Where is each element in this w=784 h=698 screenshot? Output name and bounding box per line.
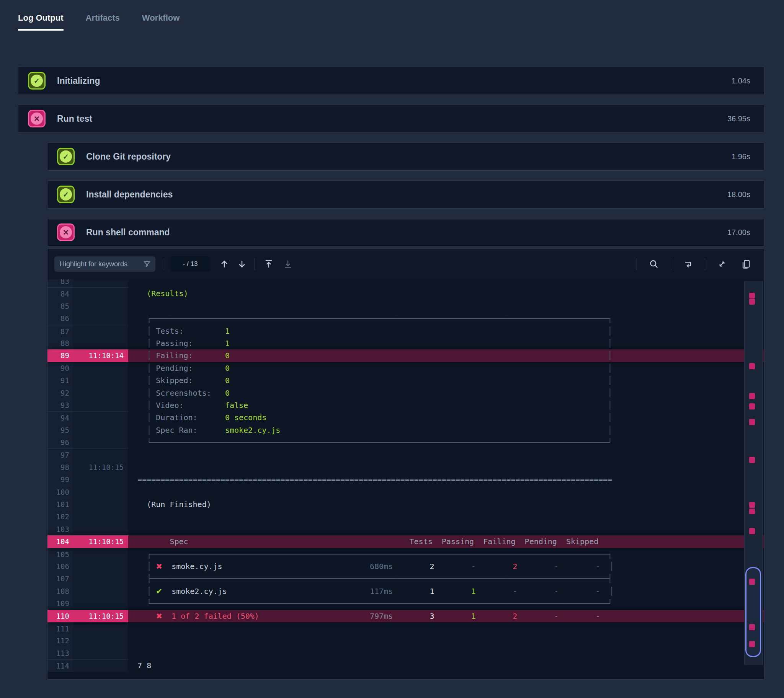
timestamp	[73, 362, 128, 374]
timestamp	[73, 573, 128, 585]
log-text-cell: 7 8	[128, 659, 764, 672]
log-text-cell	[128, 523, 764, 535]
previous-match-button[interactable]	[217, 257, 232, 271]
log-line: 94 │ Duration: 0 seconds │	[48, 412, 764, 424]
timestamp	[73, 374, 128, 387]
log-toolbar: - / 13	[48, 249, 764, 279]
timestamp	[73, 448, 128, 461]
section-title: Initializing	[57, 76, 100, 86]
log-line: 83	[48, 279, 764, 287]
log-text-cell: ========================================…	[128, 473, 764, 486]
check-icon: ✓	[60, 150, 72, 163]
log-text-cell	[128, 300, 764, 312]
log-minimap-scrollbar[interactable]	[744, 281, 763, 665]
section-clone-git-repository[interactable]: ✓Clone Git repository1.96s	[47, 142, 764, 171]
section-run-test[interactable]: ✕Run test36.95s	[18, 104, 764, 133]
timestamp	[73, 548, 128, 560]
log-line: 90 │ Pending: 0 │	[48, 362, 764, 374]
line-number: 91	[48, 374, 73, 387]
log-text-cell: │ ✔ smoke2.cy.js 117ms 1 1 - - - │	[128, 585, 764, 598]
section-run-shell-command[interactable]: ✕Run shell command17.00s	[47, 218, 764, 247]
log-output-area[interactable]: 8384 (Results)8586 ┌────────────────────…	[48, 279, 764, 678]
section-install-dependencies[interactable]: ✓Install dependencies18.00s	[47, 180, 764, 209]
timestamp	[73, 510, 128, 523]
log-line: 103	[48, 523, 764, 535]
log-text-cell: (Run Finished)	[128, 498, 764, 510]
error-marker	[749, 419, 755, 425]
log-text-cell: ┌───────────────────────────────────────…	[128, 312, 764, 324]
tab-log-output[interactable]: Log Output	[18, 13, 64, 31]
log-line: 107 ├───────────────────────────────────…	[48, 573, 764, 585]
tab-workflow[interactable]: Workflow	[142, 13, 180, 31]
log-text-cell: (Results)	[128, 287, 764, 300]
timestamp	[73, 387, 128, 399]
line-number: 98	[48, 461, 73, 473]
error-marker	[749, 299, 755, 305]
timestamp	[73, 622, 128, 634]
line-number: 110	[48, 610, 73, 622]
log-text-cell: ├───────────────────────────────────────…	[128, 573, 764, 585]
log-text-cell	[128, 461, 764, 473]
line-number: 96	[48, 436, 73, 448]
toolbar-divider	[671, 258, 671, 270]
log-line: 9811:10:15	[48, 461, 764, 473]
log-text-cell: └───────────────────────────────────────…	[128, 598, 764, 610]
timestamp	[73, 634, 128, 647]
line-number: 89	[48, 349, 73, 362]
log-line: 85	[48, 300, 764, 312]
expand-fullscreen-button[interactable]	[715, 257, 729, 271]
timestamp	[73, 337, 128, 349]
log-text-cell: │ Spec Ran: smoke2.cy.js │	[128, 424, 764, 436]
line-number: 109	[48, 598, 73, 610]
section-duration: 17.00s	[727, 228, 750, 237]
tab-label: Artifacts	[86, 13, 120, 23]
toolbar-divider	[637, 258, 637, 270]
minimap-thumb[interactable]	[745, 567, 761, 657]
timestamp	[73, 598, 128, 610]
section-initializing[interactable]: ✓Initializing1.04s	[18, 67, 764, 95]
line-number: 92	[48, 387, 73, 399]
cross-icon: ✕	[31, 112, 43, 125]
timestamp	[73, 473, 128, 486]
job-log-page: Log OutputArtifactsWorkflow ✓Initializin…	[18, 0, 764, 680]
log-line: 108 │ ✔ smoke2.cy.js 117ms 1 1 - - - │	[48, 585, 764, 598]
line-number: 102	[48, 510, 73, 523]
toolbar-divider	[705, 258, 705, 270]
error-marker	[749, 393, 755, 399]
highlight-keywords-input[interactable]	[54, 257, 155, 272]
tab-artifacts[interactable]: Artifacts	[86, 13, 120, 31]
timestamp	[73, 399, 128, 412]
log-line: 97	[48, 448, 764, 461]
log-text-cell: └───────────────────────────────────────…	[128, 436, 764, 448]
check-icon: ✓	[60, 188, 72, 201]
log-line: 114 7 8	[48, 659, 764, 672]
line-number: 112	[48, 634, 73, 647]
log-line: 93 │ Video: false │	[48, 399, 764, 412]
log-text-cell	[128, 622, 764, 634]
log-text-cell: │ ✖ smoke.cy.js 680ms 2 - 2 - - │	[128, 560, 764, 573]
scroll-to-top-button[interactable]	[262, 257, 276, 271]
line-number: 87	[48, 325, 73, 337]
check-icon: ✓	[31, 75, 43, 87]
next-match-button[interactable]	[235, 257, 249, 271]
log-line: 8911:10:14 │ Failing: 0 │	[48, 349, 764, 362]
timestamp	[73, 325, 128, 337]
copy-log-button[interactable]	[739, 257, 753, 271]
section-title: Install dependencies	[86, 189, 173, 200]
timestamp	[73, 312, 128, 324]
timestamp	[73, 436, 128, 448]
tab-label: Workflow	[142, 13, 180, 23]
error-marker	[749, 502, 755, 508]
log-line: 106 │ ✖ smoke.cy.js 680ms 2 - 2 - - │	[48, 560, 764, 573]
search-button[interactable]	[647, 257, 661, 271]
line-number: 90	[48, 362, 73, 374]
log-line: 101 (Run Finished)	[48, 498, 764, 510]
line-number: 111	[48, 622, 73, 634]
log-line: 105 ┌───────────────────────────────────…	[48, 548, 764, 560]
wrap-lines-button[interactable]	[681, 257, 695, 271]
log-line: 111	[48, 622, 764, 634]
scroll-to-bottom-button[interactable]	[281, 257, 295, 271]
timestamp	[73, 523, 128, 535]
line-number: 114	[48, 659, 73, 672]
log-line: 112	[48, 634, 764, 647]
